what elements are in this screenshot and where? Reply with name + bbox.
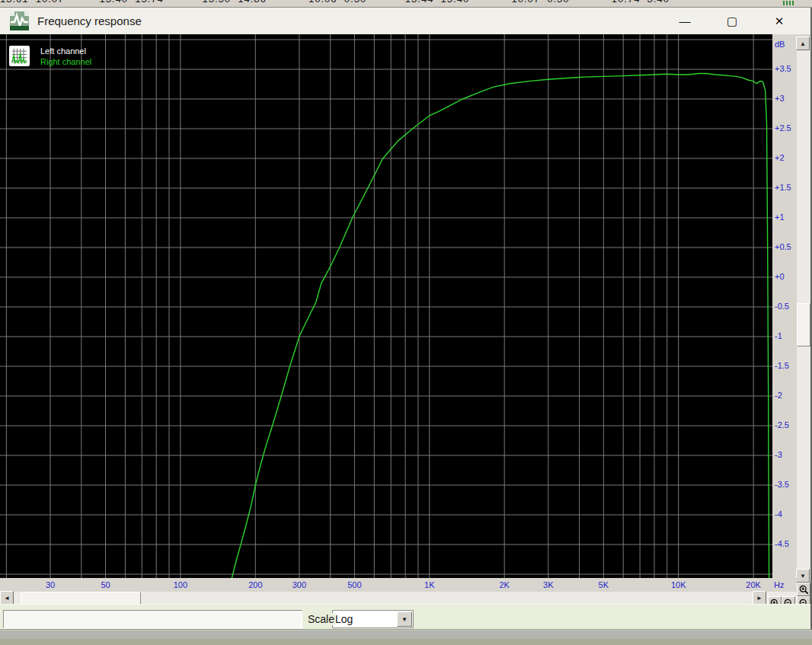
y-tick-label: +2 [775,153,798,162]
magnifier-plus-icon [799,585,809,595]
background-window-sliver: 13.61 10.07 13.40 15.74 13.50 14.86 10.0… [0,0,812,8]
y-tick-label: -0.5 [775,302,798,311]
x-tick-label: 3K [533,580,564,589]
legend-right-channel: Right channel [40,56,91,67]
combobox-dropdown-arrow-icon[interactable]: ▼ [397,611,412,627]
scroll-down-button[interactable]: ▼ [796,569,810,583]
frequency-response-window: Frequency response — ▢ ✕ [0,8,812,632]
scale-combobox-value: Log [335,613,353,625]
x-axis-unit: Hz [774,580,784,589]
window-controls: — ▢ ✕ [661,8,803,34]
titlebar[interactable]: Frequency response — ▢ ✕ [0,8,810,34]
y-tick-label: +2.5 [775,123,798,133]
vertical-scrollbar-thumb[interactable] [797,303,810,346]
background-mini-icon [783,1,794,5]
spectrum-thumbnail-icon [9,46,30,66]
y-tick-label: +3 [775,94,798,103]
curve-right-channel [232,74,769,579]
app-waveform-icon [10,11,29,30]
y-tick-label: -4.5 [775,539,798,548]
y-tick-label: +1 [775,212,798,222]
y-tick-label: +3.5 [775,64,798,73]
y-tick-label: -3.5 [775,480,798,489]
x-tick-label: 200 [240,580,270,589]
footer-panel: Scale Log ▼ [0,604,810,630]
window-title: Frequency response [37,14,142,27]
plot-canvas [0,34,772,578]
x-tick-label: 50 [91,580,121,589]
x-tick-label: 30 [35,580,66,589]
legend-left-channel: Left channel [40,46,91,56]
y-tick-label: -1 [775,331,798,340]
y-tick-label: -3 [775,450,798,459]
lower-gray-strip [0,630,812,639]
horizontal-scrollbar[interactable]: ◄ ► [0,592,797,605]
x-tick-label: 300 [284,580,315,589]
x-axis: 30501002003005001K2K3K5K10K20K Hz [0,578,797,592]
footer-status-field [3,610,302,628]
y-tick-label: +0 [775,272,798,281]
y-tick-label: -2.5 [775,420,798,429]
minimize-button[interactable]: — [661,8,708,34]
scale-label: Scale [308,613,335,625]
vertical-scrollbar[interactable]: ▲ ▼ [797,37,810,583]
close-button[interactable]: ✕ [756,8,803,34]
y-tick-label: -1.5 [775,361,798,370]
x-tick-label: 100 [165,580,196,589]
scale-combobox[interactable]: Log ▼ [332,610,414,628]
scroll-left-button[interactable]: ◄ [0,591,14,605]
x-tick-label: 5K [588,580,619,589]
frequency-response-plot[interactable]: Left channel Right channel [0,34,772,578]
scroll-up-button[interactable]: ▲ [796,37,810,50]
y-tick-label: +0.5 [775,242,798,251]
x-tick-label: 1K [414,580,445,589]
x-tick-label: 10K [663,580,694,589]
scroll-right-button[interactable]: ► [753,591,766,605]
x-tick-label: 20K [738,580,769,589]
x-tick-label: 2K [489,580,519,589]
y-tick-label: +1.5 [775,183,798,192]
y-zoom-in-button[interactable] [797,583,810,596]
legend: Left channel Right channel [9,46,91,67]
y-tick-label: -4 [775,509,798,519]
maximize-button[interactable]: ▢ [708,8,756,34]
desktop-area [0,639,812,645]
horizontal-scrollbar-thumb[interactable] [21,592,141,605]
background-window-clipped-numbers: 13.61 10.07 13.40 15.74 13.50 14.86 10.0… [0,0,812,5]
y-tick-label: -2 [775,391,798,400]
x-tick-label: 500 [339,580,369,589]
y-axis: dB +3.5+3+2.5+2+1.5+1+0.5+0-0.5-1-1.5-2-… [772,34,797,591]
y-axis-unit: dB [775,40,785,49]
screen: 13.61 10.07 13.40 15.74 13.50 14.86 10.0… [0,0,812,645]
